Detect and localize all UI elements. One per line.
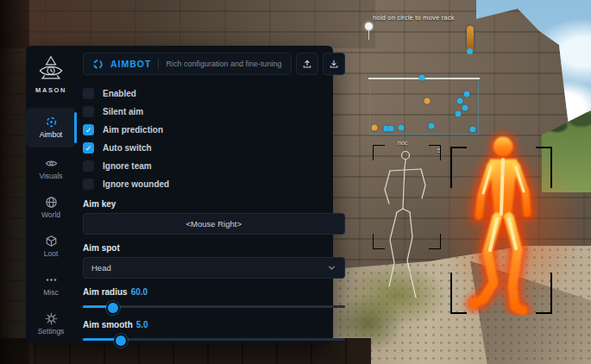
aim-smooth-label: Aim smooth5.0 bbox=[83, 320, 345, 329]
brand-name: MASON bbox=[35, 86, 66, 94]
player-bracket-corner bbox=[450, 147, 467, 188]
player-bracket-corner bbox=[536, 147, 552, 188]
active-tab-indicator bbox=[74, 112, 77, 143]
aim-key-label: Aim key bbox=[83, 199, 345, 209]
cube-icon bbox=[45, 235, 58, 248]
sidebar-item-loot[interactable]: Loot bbox=[26, 229, 76, 264]
sidebar-item-label: Misc bbox=[43, 288, 58, 297]
upload-icon bbox=[302, 59, 312, 69]
skeleton-esp bbox=[367, 138, 462, 302]
crosshair-icon bbox=[45, 116, 58, 129]
header-divider bbox=[158, 59, 159, 69]
sidebar: MASON AimbotVisualsWorldLootMiscSettings bbox=[26, 46, 76, 343]
toggle-label: Ignore team bbox=[103, 161, 152, 171]
toggle-label: Aim prediction bbox=[103, 125, 163, 135]
sidebar-nav: AimbotVisualsWorldLootMiscSettings bbox=[26, 108, 76, 346]
toggle-auto-switch[interactable]: ✓Auto switch bbox=[83, 139, 345, 157]
aim-radius-label: Aim radius60.0 bbox=[83, 287, 345, 297]
sidebar-item-settings[interactable]: Settings bbox=[26, 307, 76, 342]
sidebar-item-label: Visuals bbox=[39, 172, 62, 180]
checkbox[interactable]: ✓ bbox=[83, 124, 94, 135]
eye-icon bbox=[45, 157, 58, 170]
upload-config-button[interactable] bbox=[296, 53, 318, 75]
radar-dot-blue bbox=[456, 111, 462, 117]
radar-dot-orange bbox=[372, 125, 378, 131]
sidebar-item-misc[interactable]: Misc bbox=[26, 268, 76, 303]
page-description: Rich configuration and fine-tuning bbox=[166, 60, 281, 68]
esp-bracket-corner bbox=[429, 145, 441, 160]
game-screen: noc 5 hold on circle to move rack bbox=[0, 0, 591, 364]
radar-dot-blue bbox=[457, 98, 463, 104]
sidebar-item-label: Aimbot bbox=[40, 130, 62, 139]
toggle-label: Ignore wounded bbox=[103, 179, 169, 189]
player-bracket-corner bbox=[536, 273, 552, 314]
aim-smooth-value: 5.0 bbox=[136, 320, 148, 329]
toggle-aim-prediction[interactable]: ✓Aim prediction bbox=[83, 121, 345, 139]
loot-marker-dot bbox=[467, 48, 473, 54]
wall-shading bbox=[0, 0, 375, 48]
ellipsis-icon bbox=[45, 273, 58, 286]
aim-smooth-slider[interactable] bbox=[83, 338, 345, 341]
sidebar-item-world[interactable]: World bbox=[26, 191, 76, 225]
checkbox[interactable]: ✓ bbox=[83, 179, 94, 190]
checkbox[interactable]: ✓ bbox=[83, 106, 94, 117]
checkbox[interactable]: ✓ bbox=[83, 160, 94, 172]
toggle-ignore-wounded[interactable]: ✓Ignore wounded bbox=[83, 175, 345, 193]
aim-radius-value: 60.0 bbox=[131, 287, 148, 297]
download-icon bbox=[329, 59, 339, 69]
handle-stem bbox=[368, 29, 369, 40]
aim-key-button[interactable]: <Mouse Right> bbox=[83, 213, 345, 235]
sidebar-item-label: Settings bbox=[38, 327, 65, 336]
radar-dot-blue bbox=[399, 125, 405, 131]
aim-spot-value: Head bbox=[91, 263, 111, 273]
sidebar-item-aimbot[interactable]: Aimbot bbox=[26, 108, 76, 147]
sidebar-item-visuals[interactable]: Visuals bbox=[26, 152, 76, 186]
toggle-label: Auto switch bbox=[103, 143, 152, 153]
aim-spot-select[interactable]: Head bbox=[83, 257, 345, 279]
radar-dot-blue bbox=[462, 105, 468, 111]
player-bracket-corner bbox=[450, 273, 467, 314]
radar-dot-blue bbox=[429, 123, 435, 129]
page-header: AIMBOT Rich configuration and fine-tunin… bbox=[83, 53, 292, 75]
esp-player-name: noc bbox=[398, 140, 407, 146]
toggle-list: ✓Enabled✓Silent aim✓Aim prediction✓Auto … bbox=[83, 85, 345, 193]
mason-logo-icon bbox=[35, 55, 66, 82]
radar-dot-blue bbox=[464, 91, 470, 97]
toggle-ignore-team[interactable]: ✓Ignore team bbox=[83, 157, 345, 175]
toggle-enabled[interactable]: ✓Enabled bbox=[83, 85, 345, 103]
toggle-label: Silent aim bbox=[103, 107, 143, 116]
cheat-menu-panel: MASON AimbotVisualsWorldLootMiscSettings… bbox=[26, 46, 333, 343]
aim-radius-slider-thumb[interactable] bbox=[106, 301, 120, 315]
checkbox[interactable]: ✓ bbox=[83, 88, 94, 99]
loot-marker bbox=[467, 26, 474, 51]
toggle-label: Enabled bbox=[103, 89, 136, 98]
sidebar-item-label: Loot bbox=[44, 249, 59, 258]
toggle-silent-aim[interactable]: ✓Silent aim bbox=[83, 103, 345, 121]
aim-spot-label: Aim spot bbox=[83, 243, 345, 253]
sidebar-item-label: World bbox=[41, 210, 60, 219]
esp-dot-box bbox=[369, 78, 479, 135]
download-config-button[interactable] bbox=[323, 53, 345, 75]
esp-bracket-corner bbox=[373, 234, 385, 249]
gear-icon bbox=[45, 312, 58, 325]
spinner-ring-icon bbox=[92, 59, 104, 70]
aim-radius-slider[interactable] bbox=[83, 305, 345, 308]
radar-dot-blue bbox=[470, 127, 476, 133]
globe-icon bbox=[45, 196, 58, 209]
radar-dot-orange bbox=[424, 98, 431, 104]
radar-dot-blue bbox=[388, 126, 394, 132]
rack-move-handle[interactable] bbox=[365, 22, 373, 30]
game-hint-text: hold on circle to move rack bbox=[373, 14, 455, 22]
aimbot-page: AIMBOT Rich configuration and fine-tunin… bbox=[76, 46, 355, 343]
page-title: AIMBOT bbox=[110, 59, 151, 69]
dark-edge bbox=[0, 0, 29, 364]
radar-dot-blue bbox=[419, 75, 425, 81]
checkbox[interactable]: ✓ bbox=[83, 142, 94, 154]
chevron-down-icon bbox=[327, 263, 336, 273]
esp-bracket-corner bbox=[429, 234, 441, 249]
esp-bracket-corner bbox=[373, 145, 385, 160]
